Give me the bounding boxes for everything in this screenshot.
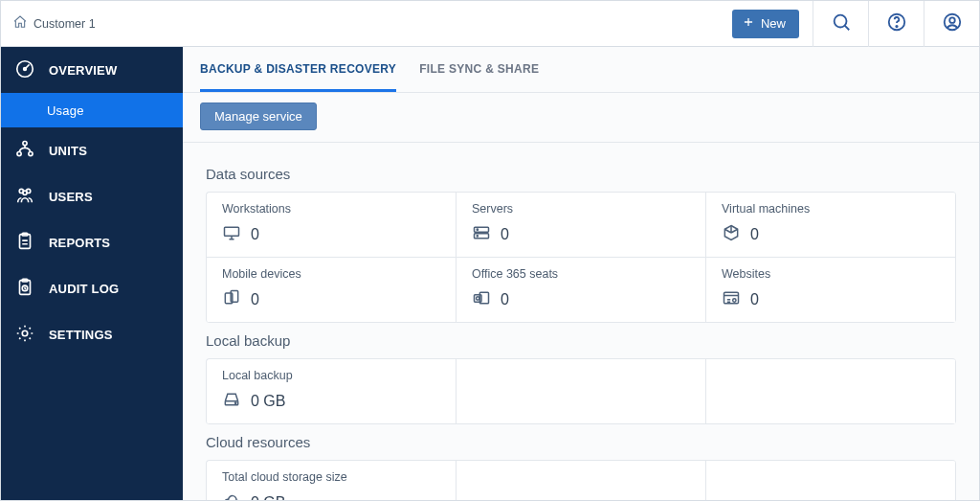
card-empty [457,461,706,500]
card-mobile-devices[interactable]: Mobile devices 0 [207,258,457,323]
svg-point-9 [29,151,33,155]
card-servers[interactable]: Servers 0 [457,193,706,258]
tab-label: FILE SYNC & SHARE [419,62,539,76]
gear-icon [14,323,35,347]
card-value: 0 [251,291,259,308]
sidebar-item-label: REPORTS [49,236,110,250]
svg-point-22 [477,229,478,230]
svg-point-23 [477,236,478,237]
server-icon [472,223,491,245]
topbar: Customer 1 New [1,1,979,47]
sidebar-item-units[interactable]: UNITS [1,127,183,173]
svg-rect-19 [225,227,239,236]
sidebar-item-label: SETTINGS [49,328,113,342]
svg-rect-13 [20,234,31,248]
card-workstations[interactable]: Workstations 0 [207,193,457,258]
card-label: Workstations [222,202,440,216]
card-label: Virtual machines [722,202,940,216]
section-title-local-backup: Local backup [206,332,956,349]
user-circle-icon [942,11,963,35]
cube-icon [722,223,741,245]
home-icon [12,14,28,33]
sidebar-sub-usage[interactable]: Usage [1,93,183,127]
card-value: 0 [501,226,509,243]
monitor-icon [222,223,241,245]
toolbar: Manage service [183,93,979,143]
search-icon [831,11,852,35]
main-content: BACKUP & DISASTER RECOVERY FILE SYNC & S… [183,47,979,500]
card-label: Websites [722,267,940,281]
sidebar-item-overview[interactable]: OVERVIEW [1,47,183,93]
new-button-label: New [761,16,786,31]
clipboard-clock-icon [14,277,35,301]
org-icon [14,139,35,163]
sidebar-item-settings[interactable]: SETTINGS [1,311,183,357]
manage-button-label: Manage service [214,109,302,124]
plus-icon [742,15,755,32]
breadcrumb-text: Customer 1 [33,17,96,31]
section-title-data-sources: Data sources [206,166,956,182]
sidebar: OVERVIEW Usage UNITS USERS [1,47,183,500]
card-cloud-storage[interactable]: Total cloud storage size 0 GB [207,461,457,500]
card-value: 0 GB [251,393,285,410]
sidebar-sub-label: Usage [47,103,84,118]
svg-point-28 [477,297,479,300]
gauge-icon [14,58,35,82]
svg-point-0 [834,15,846,28]
users-icon [14,185,35,209]
svg-point-6 [24,67,27,70]
help-button[interactable] [868,1,924,47]
sidebar-item-reports[interactable]: REPORTS [1,219,183,265]
card-label: Total cloud storage size [222,470,440,484]
card-label: Mobile devices [222,267,440,281]
sidebar-item-label: AUDIT LOG [49,282,119,296]
card-empty [706,359,956,424]
cloud-resources-grid: Total cloud storage size 0 GB [206,460,956,500]
svg-point-8 [17,151,21,155]
sidebar-item-label: USERS [49,190,93,204]
account-button[interactable] [924,1,979,47]
card-value: 0 [750,291,759,308]
clipboard-icon [14,231,35,255]
card-label: Office 365 seats [472,267,690,281]
svg-point-2 [896,26,897,27]
svg-point-32 [235,402,236,403]
sidebar-item-users[interactable]: USERS [1,173,183,219]
breadcrumb[interactable]: Customer 1 [12,14,96,33]
search-button[interactable] [813,1,868,47]
sidebar-item-audit-log[interactable]: AUDIT LOG [1,265,183,311]
new-button[interactable]: New [732,10,799,38]
outlook-icon [472,288,491,310]
card-websites[interactable]: Websites 0 [706,258,956,323]
tabs: BACKUP & DISASTER RECOVERY FILE SYNC & S… [183,47,979,93]
svg-point-4 [949,17,955,23]
data-sources-grid: Workstations 0 Servers 0 [206,192,956,323]
disk-icon [222,390,241,412]
mobile-icon [222,288,241,310]
svg-point-30 [733,299,736,302]
card-virtual-machines[interactable]: Virtual machines 0 [706,193,956,258]
sidebar-item-label: UNITS [49,144,87,158]
local-backup-grid: Local backup 0 GB [206,358,956,424]
svg-point-7 [23,141,27,145]
svg-point-12 [23,191,27,194]
card-empty [706,461,956,500]
sidebar-item-label: OVERVIEW [49,63,117,78]
section-title-cloud-resources: Cloud resources [206,434,956,450]
card-empty [457,359,706,424]
card-label: Servers [472,202,690,216]
tab-label: BACKUP & DISASTER RECOVERY [200,62,396,76]
help-icon [886,11,907,35]
tab-backup[interactable]: BACKUP & DISASTER RECOVERY [200,47,396,92]
card-local-backup[interactable]: Local backup 0 GB [207,359,457,424]
browser-icon [722,288,741,310]
card-value: 0 [501,291,509,308]
card-label: Local backup [222,369,440,382]
tab-file-sync[interactable]: FILE SYNC & SHARE [419,47,539,92]
card-office-365[interactable]: Office 365 seats 0 [457,258,706,323]
card-value: 0 GB [251,494,285,501]
cloud-icon [222,491,241,500]
card-value: 0 [251,226,259,243]
manage-service-button[interactable]: Manage service [200,102,317,130]
svg-rect-29 [724,292,739,304]
